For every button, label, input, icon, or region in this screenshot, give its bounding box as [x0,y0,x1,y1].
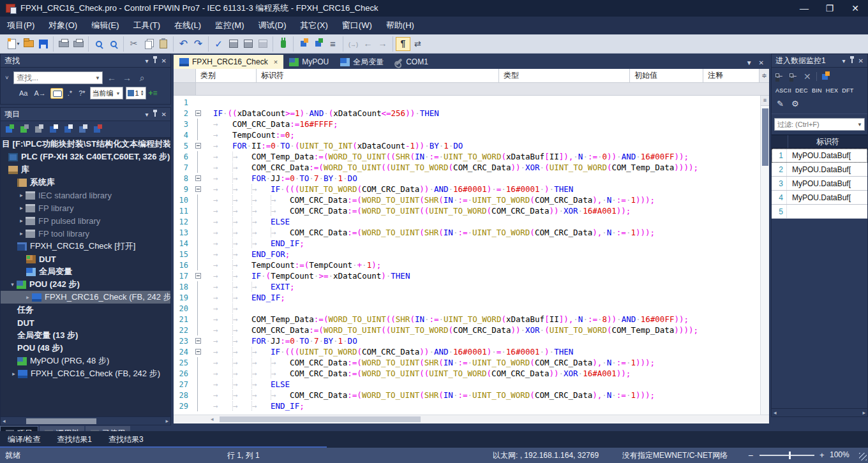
paste-button[interactable] [156,37,170,51]
tree-expander-icon[interactable]: ▸ [17,192,26,198]
search-input[interactable] [14,73,93,82]
code-line[interactable]: 12→→→ELSE [174,216,760,227]
menu-item[interactable]: 在线(L) [167,17,208,34]
menu-item[interactable]: 窗口(W) [335,17,379,34]
online-edit-button[interactable] [311,37,326,51]
output-tab-编译/检查[interactable]: 编译/检查 [8,434,40,445]
fold-collapse-icon[interactable] [195,273,201,279]
tree-item[interactable]: ▾POU (242 步) [1,278,170,291]
insert-row-before-icon[interactable] [775,73,784,80]
print-button[interactable] [71,37,86,51]
watch-panel-pin-icon[interactable] [851,59,853,63]
watch-row[interactable]: 1MyPOU.DataBuf[ [772,149,867,163]
sort-button[interactable] [326,37,340,51]
find-button[interactable] [91,37,106,51]
tree-expander-icon[interactable]: ▸ [17,205,26,211]
close-object-icon[interactable] [94,125,104,134]
show-whitespace-button[interactable] [396,37,410,51]
code-line[interactable]: 15→→END_FOR; [174,249,760,260]
bracket-button[interactable] [346,37,361,51]
editor-vscrollbar[interactable]: ≡ [760,96,769,415]
scroll-right-icon[interactable]: ▸ [165,418,168,424]
split-editor-icon[interactable]: ≡ [761,96,769,106]
code-line[interactable]: 28→→→→COM_CRC_Data:=(WORD_TO_UINT(SHR(IN… [174,390,760,401]
tree-item[interactable]: ▸IEC standard library [1,189,170,202]
redo-button[interactable] [191,37,206,51]
search-scope-select[interactable]: 当前编▼ [90,87,123,99]
find-panel-close-icon[interactable]: ✕ [161,57,167,64]
tree-item[interactable]: ▸FPXH_CRC16_Check (FB, 242 步) [1,367,170,380]
regex-button[interactable]: .* [66,88,74,98]
menu-item[interactable]: 帮助(H) [379,17,421,34]
close-document-icon[interactable]: ✕ [759,59,764,66]
project-tree-hscrollbar[interactable]: ◂ ▸ [0,417,171,425]
open-object-icon[interactable] [50,125,60,134]
code-line[interactable]: 29→→→END_IF; [174,401,760,411]
code-line[interactable]: 17→→IF·(TempCount·>=·xDataCount)·THEN [174,270,760,281]
check-program-button[interactable] [211,37,226,51]
code-line[interactable]: 8→→FOR·JJ:=0·TO·7·BY·1·DO [174,173,760,184]
new-file-button[interactable]: ▾ [6,37,21,51]
menu-item[interactable]: 其它(X) [294,17,335,34]
code-line[interactable]: 2IF·((xDataCount>=1)·AND·(xDataCount<=25… [174,108,760,119]
filter-input[interactable] [775,121,855,128]
tree-item[interactable]: 库 [1,163,170,176]
monitor-object-icon[interactable] [79,125,89,134]
count-spinner-icons[interactable]: ▲▼ [140,90,144,96]
compile-button[interactable] [226,37,241,51]
vscroll-thumb[interactable] [762,108,768,166]
copy-button[interactable] [141,37,156,51]
fold-collapse-icon[interactable] [195,143,201,149]
match-case-button[interactable]: Aa [17,88,29,98]
code-line[interactable]: 18→→→EXIT; [174,281,760,292]
zoom-slider-knob[interactable] [789,452,791,459]
watch-panel-close-icon[interactable]: ✕ [858,57,864,64]
tree-item[interactable]: POU (48 步) [1,342,170,355]
tree-item[interactable]: ▸FP pulsed library [1,214,170,227]
code-line[interactable]: 22→→COM_CRC_Data:=(WORD_TO_UINT((UINT_TO… [174,325,760,335]
tree-item[interactable]: 系统库 [1,176,170,189]
code-line[interactable]: 6→→COM_Temp_Data:=(WORD_TO_UINT((SHR(IN·… [174,151,760,162]
maximize-button[interactable]: ❐ [817,3,842,13]
add-list-icon[interactable]: +≡ [149,89,158,98]
watch-row[interactable]: 2MyPOU.DataBuf[ [772,163,867,177]
fold-collapse-icon[interactable] [195,338,201,344]
menu-item[interactable]: 调试(D) [251,17,293,34]
grid-split-icon[interactable]: ≑ [760,69,769,82]
fold-collapse-icon[interactable] [195,349,201,355]
menu-item[interactable]: 工具(T) [126,17,167,34]
format-button-DEC[interactable]: DEC [795,87,808,94]
search-dropdown-icon[interactable]: ▼ [93,75,102,81]
close-button[interactable]: ✕ [842,3,868,13]
tree-expander-icon[interactable]: ▾ [8,281,17,288]
format-button-BIN[interactable]: BIN [812,87,822,94]
find-next-icon[interactable]: → [121,73,133,83]
fold-collapse-icon[interactable] [195,175,201,181]
code-line[interactable]: 25→→→→COM_CRC_Data:=(WORD_TO_UINT(SHR(IN… [174,357,760,368]
project-panel-menu-icon[interactable]: ▾ [146,111,149,118]
compile-all-button[interactable] [241,37,255,51]
wildcard-button[interactable]: ?* [77,88,87,98]
grid-header-标识符[interactable]: 标识符 [257,69,499,82]
watch-row[interactable]: 5 [772,205,867,219]
minimize-button[interactable]: — [791,3,817,13]
code-line[interactable]: 16→→TempCount:=(TempCount·+·1); [174,260,760,270]
editor-tab-MyPOU[interactable]: MyPOU [283,55,334,69]
code-line[interactable]: 27→→→ELSE [174,379,760,390]
format-button-DFT[interactable]: DFT [842,87,853,94]
find-previous-icon[interactable]: ← [105,73,118,83]
pencil-icon[interactable]: ✎ [777,99,784,108]
gear-icon[interactable]: ⚙ [791,99,799,108]
project-panel-pin-icon[interactable] [154,112,156,117]
menu-item[interactable]: 编辑(E) [84,17,126,34]
tree-item[interactable]: 全局变量 (13 步) [1,329,170,342]
open-folder-button[interactable] [21,37,36,51]
code-line[interactable]: 9→→→IF·(((UINT_TO_WORD(COM_CRC_Data))·AN… [174,184,760,195]
zoom-in-icon[interactable]: + [819,450,825,460]
add-dut-icon[interactable] [20,125,31,134]
result-count-stepper[interactable]: 1 ▲▼ [126,87,146,99]
code-line[interactable]: 4→TempCount:=0; [174,129,760,140]
find-expand-icon[interactable]: ˅ [3,75,11,81]
delete-row-icon[interactable]: ✕ [804,71,811,82]
code-line[interactable]: 13→→→→COM_CRC_Data:=(WORD_TO_UINT(SHR(IN… [174,227,760,238]
